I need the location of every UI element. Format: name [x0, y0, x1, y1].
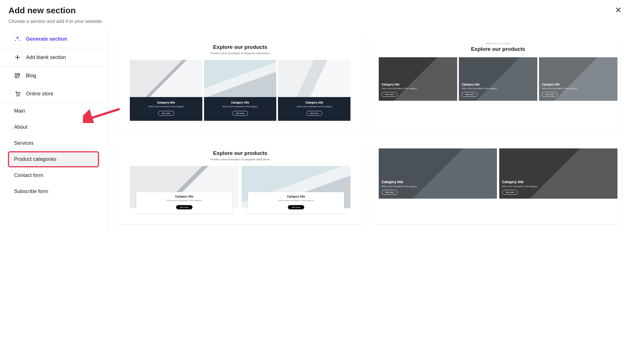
- template-subtitle: Provide a short description of categorie…: [130, 52, 350, 55]
- template-title: Explore our products: [130, 150, 350, 156]
- template-subtitle: Provide a short description of categorie…: [130, 158, 350, 161]
- template-card-2col-overlay[interactable]: Category title Write a short description…: [375, 142, 621, 224]
- sidebar-item-about[interactable]: About: [0, 119, 107, 135]
- sidebar-item-blog[interactable]: Blog: [0, 67, 107, 85]
- svg-point-2: [19, 95, 19, 96]
- sidebar-item-label: Online store: [26, 91, 53, 97]
- sidebar-item-store[interactable]: Online store: [0, 85, 107, 103]
- category-card: Category title Write a short description…: [459, 57, 537, 101]
- category-card: Category title Write a short description…: [130, 166, 239, 208]
- template-card-3col-dark-footer[interactable]: Explore our products Provide a short des…: [117, 36, 363, 131]
- category-card: Category title Write a short description…: [379, 148, 497, 199]
- sidebar-item-contact[interactable]: Contact form: [0, 167, 107, 183]
- sparkle-icon: [14, 36, 21, 42]
- template-card-2col-float[interactable]: Explore our products Provide a short des…: [117, 142, 363, 224]
- sidebar-item-subscribe[interactable]: Subscribe form: [0, 183, 107, 199]
- sidebar-item-generate[interactable]: Generate section: [0, 30, 107, 48]
- sidebar-item-services[interactable]: Services: [0, 135, 107, 151]
- sidebar-item-label: Generate section: [26, 36, 67, 42]
- blog-icon: [14, 72, 21, 79]
- modal-subtitle: Choose a section and add it to your webs…: [8, 19, 623, 24]
- modal-title: Add new section: [8, 6, 623, 15]
- category-card: Category title Write a short description…: [242, 166, 350, 208]
- close-button[interactable]: [614, 6, 623, 15]
- category-card: Category title Write a short description…: [204, 60, 277, 121]
- cart-icon: [14, 90, 21, 97]
- sidebar-item-main[interactable]: Main: [0, 103, 107, 119]
- template-title: Explore our products: [130, 44, 350, 50]
- sidebar-item-label: Product categories: [14, 156, 56, 162]
- sidebar-item-label: Contact form: [14, 172, 43, 178]
- template-card-3col-overlay[interactable]: NEW COLLECTION Explore our products Cate…: [375, 36, 621, 131]
- section-type-sidebar: Generate section Add blank section Blog: [0, 28, 107, 233]
- sidebar-item-label: Services: [14, 140, 34, 146]
- category-card: Category title Write a short description…: [499, 148, 617, 199]
- sidebar-item-label: Main: [14, 108, 25, 114]
- category-card: Category title Write a short description…: [379, 57, 457, 101]
- template-eyebrow: NEW COLLECTION: [379, 42, 617, 45]
- sidebar-item-product-categories[interactable]: Product categories: [8, 151, 99, 167]
- modal-header: Add new section Choose a section and add…: [0, 0, 631, 28]
- svg-point-1: [17, 95, 17, 96]
- template-title: Explore our products: [379, 46, 617, 52]
- close-icon: [615, 10, 621, 14]
- template-grid: Explore our products Provide a short des…: [107, 28, 631, 233]
- category-card: Category title Write a short description…: [130, 60, 202, 121]
- sidebar-item-label: Blog: [26, 73, 36, 79]
- category-card: Category title Write a short description…: [539, 57, 617, 101]
- sidebar-item-label: Subscribe form: [14, 188, 48, 194]
- sidebar-item-label: About: [14, 124, 27, 130]
- sidebar-item-blank[interactable]: Add blank section: [0, 48, 107, 66]
- plus-icon: [14, 54, 21, 61]
- sidebar-item-label: Add blank section: [26, 54, 66, 60]
- category-card: Category title Write a short description…: [278, 60, 350, 121]
